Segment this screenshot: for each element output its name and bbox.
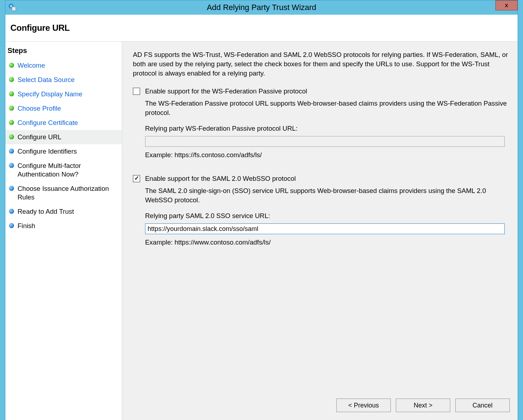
step-choose-profile[interactable]: Choose Profile	[5, 101, 122, 116]
saml-url-example: Example: https://www.contoso.com/adfs/ls…	[145, 238, 510, 247]
step-bullet-icon	[9, 120, 14, 125]
step-bullet-icon	[9, 163, 14, 168]
step-label: Choose Profile	[18, 104, 61, 113]
title-bar[interactable]: Add Relying Party Trust Wizard x	[5, 0, 518, 15]
previous-button[interactable]: < Previous	[336, 399, 391, 412]
wsfederation-checkbox-label: Enable support for the WS-Federation Pas…	[145, 87, 307, 96]
close-icon: x	[505, 2, 508, 9]
step-bullet-icon	[9, 149, 14, 154]
wizard-buttons: < Previous Next > Cancel	[336, 399, 510, 412]
wsfederation-description: The WS-Federation Passive protocol URL s…	[145, 99, 510, 117]
saml-group: Enable support for the SAML 2.0 WebSSO p…	[133, 174, 510, 247]
step-label: Configure Certificate	[18, 119, 78, 127]
wsfederation-url-input	[145, 136, 505, 147]
saml-url-label: Relying party SAML 2.0 SSO service URL:	[145, 211, 510, 221]
step-configure-certificate[interactable]: Configure Certificate	[5, 116, 122, 130]
step-configure-mfa[interactable]: Configure Multi-factor Authentication No…	[5, 159, 122, 182]
saml-description: The SAML 2.0 single-sign-on (SSO) servic…	[145, 186, 510, 205]
step-specify-display-name[interactable]: Specify Display Name	[5, 87, 122, 101]
close-button[interactable]: x	[495, 0, 518, 10]
step-label: Finish	[18, 222, 35, 230]
step-bullet-icon	[9, 63, 14, 68]
app-icon	[8, 3, 17, 12]
steps-sidebar: Steps Welcome Select Data Source Specify…	[5, 42, 122, 420]
window-frame: Add Relying Party Trust Wizard x Configu…	[0, 0, 523, 420]
step-label: Configure Multi-factor Authentication No…	[18, 161, 119, 179]
next-button[interactable]: Next >	[396, 399, 450, 412]
step-ready-to-add-trust[interactable]: Ready to Add Trust	[5, 204, 122, 219]
svg-point-2	[10, 5, 12, 7]
svg-rect-1	[12, 7, 16, 11]
wizard-header: Configure URL	[5, 15, 518, 42]
saml-checkbox[interactable]	[133, 175, 140, 182]
step-configure-url[interactable]: Configure URL	[5, 130, 122, 144]
wizard-content: AD FS supports the WS-Trust, WS-Federati…	[122, 42, 518, 420]
saml-checkbox-label: Enable support for the SAML 2.0 WebSSO p…	[145, 174, 296, 183]
wsfederation-group: Enable support for the WS-Federation Pas…	[133, 87, 510, 160]
step-bullet-icon	[9, 134, 14, 139]
intro-text: AD FS supports the WS-Trust, WS-Federati…	[133, 50, 510, 78]
step-label: Select Data Source	[18, 76, 75, 84]
step-bullet-icon	[9, 209, 14, 214]
step-configure-identifiers[interactable]: Configure Identifiers	[5, 144, 122, 159]
wizard-window: Add Relying Party Trust Wizard x Configu…	[5, 0, 518, 420]
step-label: Choose Issuance Authorization Rules	[18, 184, 119, 202]
step-label: Welcome	[18, 61, 45, 70]
wsfederation-checkbox[interactable]	[133, 88, 140, 95]
saml-url-input[interactable]	[145, 223, 505, 234]
step-label: Configure Identifiers	[18, 147, 77, 156]
step-welcome[interactable]: Welcome	[5, 58, 122, 73]
steps-heading: Steps	[5, 47, 122, 58]
step-choose-issuance-authorization-rules[interactable]: Choose Issuance Authorization Rules	[5, 182, 122, 204]
step-bullet-icon	[9, 106, 14, 111]
step-bullet-icon	[9, 77, 14, 82]
step-select-data-source[interactable]: Select Data Source	[5, 73, 122, 87]
step-bullet-icon	[9, 223, 14, 228]
step-finish[interactable]: Finish	[5, 219, 122, 233]
cancel-button[interactable]: Cancel	[455, 399, 510, 412]
wsfederation-url-label: Relying party WS-Federation Passive prot…	[145, 124, 510, 133]
step-label: Configure URL	[18, 133, 61, 141]
step-bullet-icon	[9, 91, 14, 96]
step-label: Specify Display Name	[18, 90, 82, 98]
step-bullet-icon	[9, 186, 14, 191]
step-label: Ready to Add Trust	[18, 207, 74, 216]
wsfederation-url-example: Example: https://fs.contoso.com/adfs/ls/	[145, 150, 510, 160]
page-title: Configure URL	[10, 23, 69, 33]
window-title: Add Relying Party Trust Wizard	[5, 3, 518, 12]
